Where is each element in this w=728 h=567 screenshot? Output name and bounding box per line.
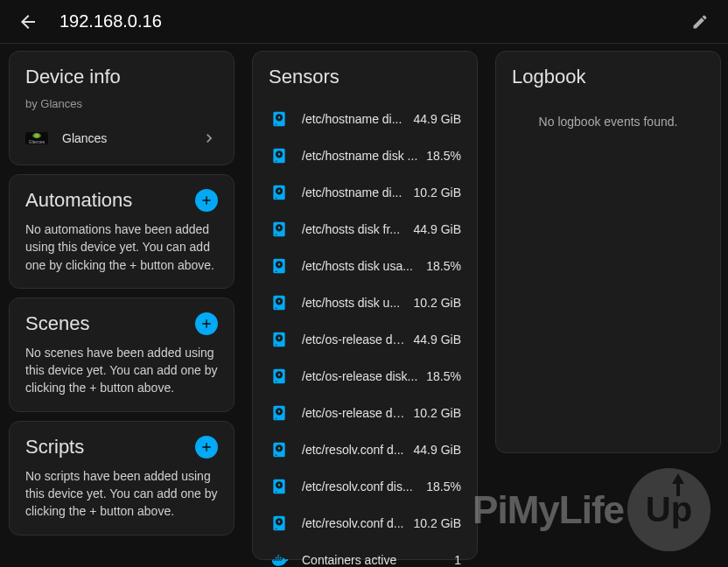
harddisk-icon — [269, 513, 290, 534]
sensor-name: /etc/hosts disk u... — [302, 296, 405, 310]
device-info-card: Device info by Glances Glances Glances — [9, 51, 234, 165]
sensor-row[interactable]: Containers active1 — [263, 542, 466, 567]
sensor-row[interactable]: /etc/hosts disk fr...44.9 GiB — [263, 211, 466, 248]
sensor-name: /etc/resolv.conf d... — [302, 516, 405, 530]
sensor-name: /etc/os-release di... — [302, 406, 405, 420]
logbook-title: Logbook — [512, 66, 704, 88]
content-grid: Device info by Glances Glances Glances A… — [0, 44, 728, 567]
sensor-value: 44.9 GiB — [414, 332, 461, 346]
integration-name: Glances — [62, 131, 200, 145]
sensor-value: 18.5% — [426, 149, 461, 163]
page-title: 192.168.0.16 — [60, 11, 162, 32]
sensor-name: /etc/hosts disk fr... — [302, 222, 405, 236]
chevron-right-icon — [200, 130, 218, 147]
left-column: Device info by Glances Glances Glances A… — [0, 44, 243, 567]
add-script-button[interactable] — [195, 436, 218, 458]
automations-card: Automations No automations have been add… — [9, 174, 234, 289]
scripts-card: Scripts No scripts have been added using… — [9, 421, 234, 536]
scenes-title: Scenes — [25, 312, 89, 335]
scripts-title: Scripts — [25, 436, 84, 458]
scenes-card: Scenes No scenes have been added using t… — [9, 298, 234, 412]
harddisk-icon — [269, 108, 290, 130]
sensor-row[interactable]: /etc/hostname di...10.2 GiB — [263, 174, 466, 211]
sensor-value: 44.9 GiB — [414, 222, 461, 236]
sensor-name: /etc/resolv.conf d... — [302, 443, 405, 457]
device-info-title: Device info — [25, 66, 218, 88]
sensor-value: 18.5% — [426, 480, 461, 494]
harddisk-icon — [269, 366, 290, 387]
plus-icon — [200, 193, 214, 207]
sensors-list: /etc/hostname di...44.9 GiB/etc/hostname… — [263, 101, 466, 567]
sensor-row[interactable]: /etc/hostname di...44.9 GiB — [263, 101, 466, 137]
sensor-value: 18.5% — [426, 369, 461, 383]
logbook-empty: No logbook events found. — [512, 115, 704, 129]
sensor-name: /etc/os-release disk... — [302, 369, 417, 383]
glances-logo-label: Glances — [29, 139, 45, 144]
sensor-value: 44.9 GiB — [414, 443, 461, 457]
add-automation-button[interactable] — [195, 189, 218, 212]
back-button[interactable] — [10, 4, 46, 39]
sensor-row[interactable]: /etc/resolv.conf d...44.9 GiB — [263, 431, 466, 468]
sensor-value: 1 — [454, 553, 461, 567]
sensor-row[interactable]: /etc/os-release disk...18.5% — [263, 358, 466, 395]
sensor-row[interactable]: /etc/hosts disk u...10.2 GiB — [263, 284, 466, 321]
sensors-title: Sensors — [269, 66, 466, 88]
sensor-value: 10.2 GiB — [414, 186, 461, 200]
edit-button[interactable] — [682, 4, 718, 39]
sensor-name: /etc/hostname di... — [302, 186, 405, 200]
sensor-name: /etc/hostname disk ... — [302, 149, 417, 163]
sensor-row[interactable]: /etc/hosts disk usa...18.5% — [263, 248, 466, 284]
sensor-row[interactable]: /etc/hostname disk ...18.5% — [263, 137, 466, 174]
add-scene-button[interactable] — [195, 312, 218, 335]
plus-icon — [200, 317, 214, 331]
sensor-value: 10.2 GiB — [414, 516, 461, 530]
sensor-name: /etc/os-release di... — [302, 332, 405, 346]
sensor-name: Containers active — [302, 553, 445, 567]
harddisk-icon — [269, 476, 290, 497]
harddisk-icon — [269, 329, 290, 350]
device-info-subtitle: by Glances — [25, 97, 218, 110]
harddisk-icon — [269, 182, 290, 203]
harddisk-icon — [269, 292, 290, 313]
automations-title: Automations — [25, 189, 132, 212]
sensor-value: 18.5% — [426, 259, 461, 273]
sensor-name: /etc/resolv.conf dis... — [302, 480, 417, 494]
sensor-value: 44.9 GiB — [414, 112, 461, 126]
harddisk-icon — [269, 219, 290, 240]
glances-logo-icon: Glances — [25, 132, 48, 144]
scenes-body: No scenes have been added using this dev… — [25, 344, 218, 397]
sensor-row[interactable]: /etc/os-release di...10.2 GiB — [263, 395, 466, 431]
sensor-row[interactable]: /etc/resolv.conf dis...18.5% — [263, 468, 466, 505]
logbook-card: Logbook No logbook events found. — [495, 51, 721, 453]
harddisk-icon — [269, 439, 290, 460]
sensor-value: 10.2 GiB — [414, 296, 461, 310]
docker-icon — [269, 550, 290, 567]
plus-icon — [200, 440, 214, 454]
scripts-body: No scripts have been added using this de… — [25, 467, 218, 521]
arrow-left-icon — [18, 11, 38, 32]
automations-body: No automations have been added using thi… — [25, 220, 218, 274]
sensor-row[interactable]: /etc/os-release di...44.9 GiB — [263, 321, 466, 358]
sensor-value: 10.2 GiB — [414, 406, 461, 420]
pencil-icon — [691, 13, 709, 31]
topbar: 192.168.0.16 — [0, 0, 728, 44]
harddisk-icon — [269, 145, 290, 166]
right-column: Logbook No logbook events found. — [486, 44, 728, 567]
sensor-row[interactable]: /etc/resolv.conf d...10.2 GiB — [263, 505, 466, 542]
harddisk-icon — [269, 256, 290, 276]
integration-link[interactable]: Glances Glances — [25, 126, 218, 150]
sensors-card: Sensors /etc/hostname di...44.9 GiB/etc/… — [252, 51, 478, 560]
harddisk-icon — [269, 402, 290, 424]
middle-column: Sensors /etc/hostname di...44.9 GiB/etc/… — [243, 44, 486, 567]
sensor-name: /etc/hostname di... — [302, 112, 405, 126]
sensor-name: /etc/hosts disk usa... — [302, 259, 417, 273]
